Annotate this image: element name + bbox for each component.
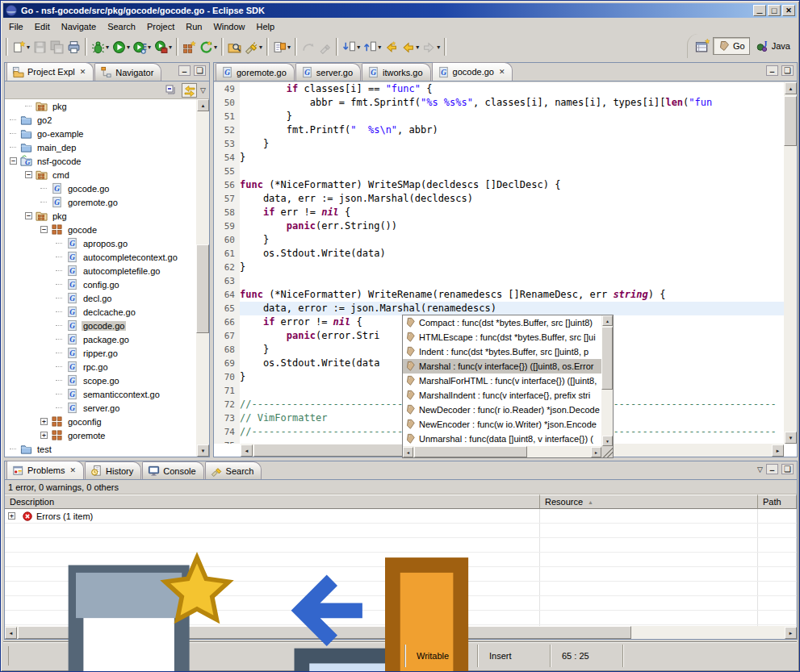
tree-item-autocompletefile-go[interactable]: Gautocompletefile.go bbox=[5, 264, 196, 278]
problems-row[interactable]: Errors (1 item) bbox=[5, 509, 797, 524]
problems-tab-problems[interactable]: Problems bbox=[6, 461, 84, 479]
search-button[interactable] bbox=[243, 37, 264, 56]
scroll-right-icon[interactable] bbox=[785, 627, 797, 639]
tree-item-goconfig[interactable]: goconfig bbox=[5, 415, 196, 428]
tree-item-pkg[interactable]: pkg bbox=[5, 209, 196, 223]
collapse-all-button[interactable] bbox=[163, 83, 178, 98]
scroll-down-icon[interactable] bbox=[602, 436, 613, 446]
tree-item-goremote[interactable]: goremote bbox=[5, 428, 196, 442]
tree-item-declcache-go[interactable]: Gdeclcache.go bbox=[5, 305, 196, 319]
editor-tab-server-go[interactable]: Gserver.go bbox=[295, 63, 361, 81]
annotation-button[interactable] bbox=[271, 37, 292, 56]
scroll-up-icon[interactable] bbox=[785, 82, 797, 94]
completion-newencoder[interactable]: NewEncoder : func(w io.Writer) *json.Enc… bbox=[403, 417, 601, 432]
run-dropdown-icon[interactable] bbox=[127, 44, 130, 51]
perspective-java[interactable]: JJava bbox=[752, 38, 794, 54]
collapse-icon[interactable] bbox=[25, 171, 32, 178]
scroll-left-icon[interactable] bbox=[241, 445, 253, 457]
tree-item-goremote-go[interactable]: Ggoremote.go bbox=[5, 195, 196, 209]
tree-item-config-go[interactable]: Gconfig.go bbox=[5, 278, 196, 291]
popup-vertical-scrollbar[interactable] bbox=[601, 315, 613, 446]
column-header-path[interactable]: Path bbox=[758, 495, 797, 509]
menu-help[interactable]: Help bbox=[251, 20, 281, 33]
perspective-go[interactable]: Go bbox=[713, 37, 750, 55]
save-button[interactable] bbox=[31, 37, 48, 56]
new-wizard-dropdown-icon[interactable] bbox=[27, 44, 30, 51]
completion-unmarshal[interactable]: Unmarshal : func(data []uint8, v interfa… bbox=[403, 432, 601, 446]
pin-editor-button[interactable] bbox=[316, 37, 333, 56]
scroll-right-icon[interactable] bbox=[772, 445, 784, 457]
go-build-dropdown-icon[interactable] bbox=[214, 44, 217, 51]
scroll-down-icon[interactable] bbox=[197, 445, 209, 457]
menu-edit[interactable]: Edit bbox=[29, 20, 56, 33]
editor-vertical-scrollbar[interactable] bbox=[784, 82, 797, 444]
tree-item-test[interactable]: test bbox=[5, 442, 196, 456]
prev-annotation-dropdown-icon[interactable] bbox=[378, 44, 381, 51]
scroll-left-icon[interactable] bbox=[403, 447, 413, 457]
back-button[interactable] bbox=[400, 37, 421, 56]
tree-item-pkg[interactable]: pkg bbox=[5, 99, 196, 113]
tree-item-cmd[interactable]: cmd bbox=[5, 168, 196, 182]
tree-item-apropos-go[interactable]: Gapropos.go bbox=[5, 236, 196, 250]
problems-tab-console[interactable]: Console bbox=[142, 461, 203, 479]
next-annotation-button[interactable] bbox=[341, 37, 362, 56]
collapse-icon[interactable] bbox=[40, 226, 48, 233]
completion-newdecoder[interactable]: NewDecoder : func(r io.Reader) *json.Dec… bbox=[403, 403, 601, 417]
tree-item-semanticcontext-go[interactable]: Gsemanticcontext.go bbox=[5, 387, 196, 401]
tree-item-gocode[interactable]: gocode bbox=[5, 223, 196, 236]
tree-item-autocompletecontext-go[interactable]: Gautocompletecontext.go bbox=[5, 250, 196, 264]
editor-minimize-button[interactable] bbox=[766, 65, 778, 76]
scroll-up-icon[interactable] bbox=[197, 99, 209, 111]
completion-indent[interactable]: Indent : func(dst *bytes.Buffer, src []u… bbox=[403, 344, 601, 359]
tree-item-main-dep[interactable]: main_dep bbox=[5, 140, 196, 154]
menu-navigate[interactable]: Navigate bbox=[56, 20, 102, 33]
debug-button[interactable] bbox=[90, 37, 111, 56]
explorer-minimize-button[interactable] bbox=[178, 65, 191, 76]
run-button[interactable] bbox=[111, 37, 132, 56]
tree-item-gocode-go[interactable]: Ggocode.go bbox=[5, 319, 196, 332]
explorer-tab-project-expl[interactable]: Project Expl bbox=[6, 62, 94, 81]
scrollbar-thumb[interactable] bbox=[196, 244, 209, 333]
scroll-right-icon[interactable] bbox=[591, 447, 601, 457]
maximize-button[interactable] bbox=[768, 5, 781, 16]
open-perspective-button[interactable] bbox=[694, 38, 710, 54]
menu-project[interactable]: Project bbox=[141, 20, 180, 33]
view-menu-icon[interactable] bbox=[200, 86, 206, 94]
forward-dropdown-icon[interactable] bbox=[437, 44, 440, 51]
scrollbar-thumb[interactable] bbox=[601, 327, 613, 390]
completion-marshal[interactable]: Marshal : func(v interface{}) ([]uint8, … bbox=[403, 359, 601, 374]
expand-icon[interactable] bbox=[8, 512, 15, 520]
prev-annotation-button[interactable] bbox=[362, 37, 383, 56]
problems-tab-history[interactable]: History bbox=[85, 461, 141, 479]
tree-item-nsf-gocode[interactable]: Gnsf-gocode bbox=[5, 154, 196, 168]
tree-item-gocode-go[interactable]: Ggocode.go bbox=[5, 182, 196, 195]
print-button[interactable] bbox=[65, 37, 82, 56]
forward-button[interactable] bbox=[421, 37, 442, 56]
tree-item-decl-go[interactable]: Gdecl.go bbox=[5, 291, 196, 305]
next-annotation-dropdown-icon[interactable] bbox=[357, 44, 360, 51]
tree-item-go2[interactable]: go2 bbox=[5, 113, 196, 127]
save-all-button[interactable] bbox=[48, 37, 65, 56]
collapse-icon[interactable] bbox=[25, 212, 32, 219]
last-edit-button[interactable] bbox=[299, 37, 316, 56]
close-tab-icon[interactable] bbox=[80, 68, 86, 76]
completion-compact[interactable]: Compact : func(dst *bytes.Buffer, src []… bbox=[403, 315, 601, 330]
new-wizard-button[interactable] bbox=[10, 37, 31, 56]
scrollbar-thumb[interactable] bbox=[784, 96, 797, 146]
run-config-button[interactable] bbox=[132, 37, 153, 56]
explorer-tab-navigator[interactable]: Navigator bbox=[94, 63, 161, 81]
scrollbar-thumb[interactable] bbox=[414, 446, 527, 457]
scroll-up-icon[interactable] bbox=[602, 315, 613, 326]
problems-tab-search[interactable]: Search bbox=[205, 461, 262, 479]
menu-window[interactable]: Window bbox=[207, 20, 250, 33]
search-dropdown-icon[interactable] bbox=[259, 44, 262, 51]
tree-item-package-go[interactable]: Gpackage.go bbox=[5, 332, 196, 346]
close-button[interactable] bbox=[782, 5, 795, 16]
menu-file[interactable]: File bbox=[3, 20, 29, 33]
go-build-button[interactable] bbox=[198, 37, 219, 56]
column-header-description[interactable]: Description bbox=[5, 495, 540, 509]
popup-horizontal-scrollbar[interactable] bbox=[403, 446, 601, 457]
editor-tab-gocode-go[interactable]: Ggocode.go bbox=[432, 62, 513, 81]
fast-view-button[interactable] bbox=[15, 535, 258, 672]
external-tools-dropdown-icon[interactable] bbox=[169, 44, 172, 51]
